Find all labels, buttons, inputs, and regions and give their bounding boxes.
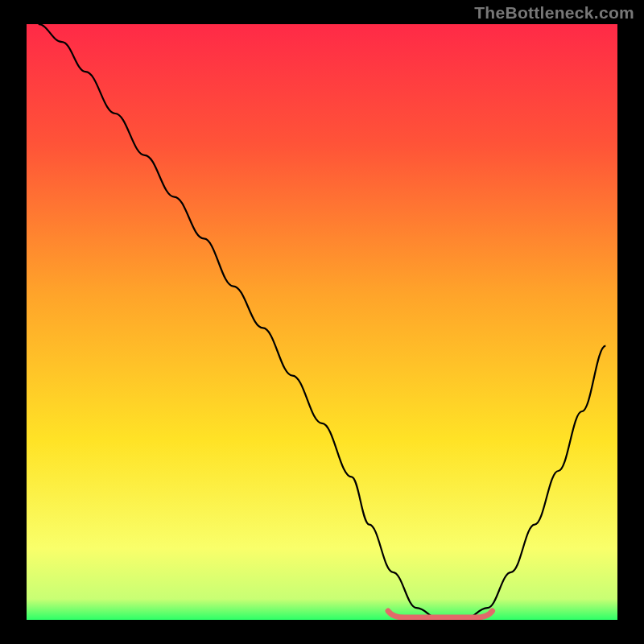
chart-frame: TheBottleneck.com <box>0 0 644 644</box>
bottleneck-chart <box>0 0 644 644</box>
watermark-text: TheBottleneck.com <box>474 3 634 23</box>
